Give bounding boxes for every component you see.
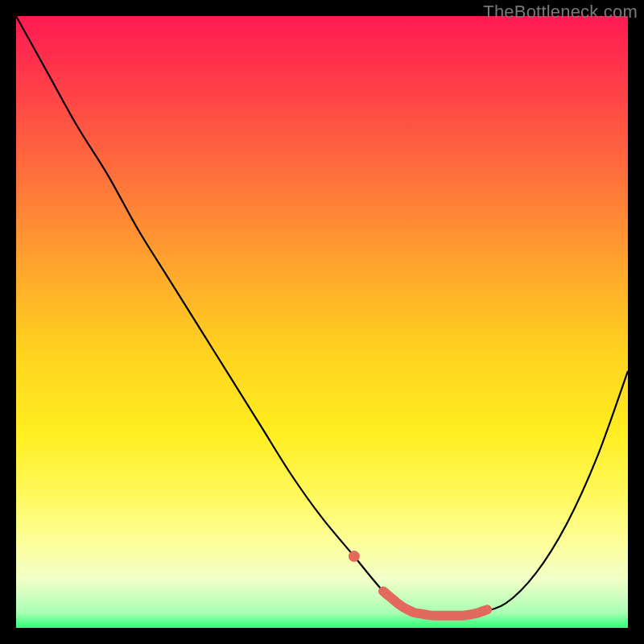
chart-svg bbox=[16, 16, 628, 628]
highlight-dot bbox=[349, 551, 360, 562]
watermark-text: TheBottleneck.com bbox=[483, 2, 638, 23]
bottleneck-curve bbox=[16, 16, 628, 616]
chart-plot-area bbox=[16, 16, 628, 628]
chart-frame: TheBottleneck.com bbox=[0, 0, 644, 644]
highlight-segment bbox=[383, 591, 487, 615]
